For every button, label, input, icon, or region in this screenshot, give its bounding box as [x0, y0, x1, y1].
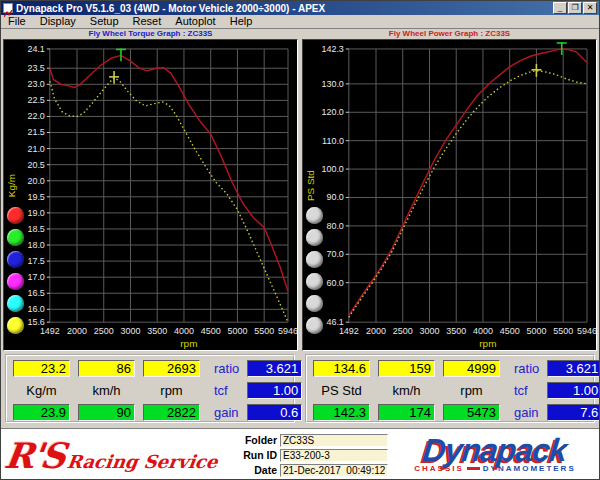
title-bar[interactable]: Dynapack Pro V5.1.6_03 (4WD - Motor Vehi…	[1, 1, 599, 15]
power-channel-buttons	[306, 207, 323, 334]
x-tick-label: 2000	[67, 326, 87, 336]
menu-reset[interactable]: Reset	[126, 15, 169, 28]
menu-setup[interactable]: Setup	[83, 15, 126, 28]
y-tick-label: 23.0	[27, 79, 44, 89]
power-graph-title: Fly Wheel Power Graph : ZC33S	[302, 29, 597, 39]
menu-file[interactable]: File	[1, 15, 33, 28]
channel-button[interactable]	[7, 251, 24, 268]
tcf-label: tcf	[508, 383, 539, 398]
x-tick-label: 4000	[174, 326, 194, 336]
speed-unit-label: km/h	[378, 383, 435, 398]
y-tick-label: 20.5	[27, 160, 44, 170]
speed-ref-value: 86	[78, 360, 135, 377]
window-title: Dynapack Pro V5.1.6_03 (4WD - Motor Vehi…	[13, 2, 552, 15]
reference-run-torque-curve	[50, 78, 288, 322]
speed-current-value: 174	[378, 404, 435, 421]
date-label: Date	[233, 464, 277, 476]
folder-field-row: Folder	[233, 434, 395, 447]
y-tick-label: 19.0	[27, 208, 44, 218]
y-tick-label: 15.6	[27, 317, 44, 327]
torque-chart[interactable]: 1492200025003000350040004500500055005946…	[4, 40, 297, 350]
y-tick-label: 46.1	[326, 317, 343, 327]
channel-button[interactable]	[306, 251, 323, 268]
channel-button[interactable]	[306, 295, 323, 312]
power-unit-label: PS Std	[313, 383, 370, 398]
power-chart[interactable]: 1492200025003000350040004500500055005946…	[303, 40, 596, 350]
torque-readout-panel: 23.2 86 2693 ratio 3.621 Kg/m km/h rpm t…	[5, 354, 295, 423]
x-tick-label: 1492	[339, 326, 359, 336]
y-tick-label: 19.5	[27, 192, 44, 202]
y-axis-title: PS Std	[305, 170, 316, 201]
y-tick-label: 17.5	[27, 256, 44, 266]
channel-button[interactable]	[7, 229, 24, 246]
rs-logo-sub: Racing Service	[66, 451, 219, 472]
power-graph-panel: Fly Wheel Power Graph : ZC33S 1492200025…	[302, 29, 597, 350]
x-tick-label: 5000	[227, 326, 247, 336]
x-tick-label: 5000	[526, 326, 546, 336]
gain-value: 0.6	[247, 404, 302, 421]
y-tick-label: 21.0	[27, 144, 44, 154]
restore-button[interactable]: ❐	[568, 2, 582, 14]
dynapack-wordmark: Dynapack	[422, 435, 568, 465]
folder-input[interactable]	[280, 434, 388, 447]
date-field-row: Date	[233, 464, 395, 477]
menu-display[interactable]: Display	[33, 15, 83, 28]
x-tick-label: 3000	[420, 326, 440, 336]
channel-button[interactable]	[306, 317, 323, 334]
y-tick-label: 18.5	[27, 224, 44, 234]
power-ref-value: 134.6	[313, 360, 370, 377]
torque-channel-buttons	[7, 207, 24, 334]
gain-value: 7.6	[547, 404, 600, 421]
x-tick-label: 4500	[201, 326, 221, 336]
x-tick-label: 2500	[393, 326, 413, 336]
channel-button[interactable]	[306, 229, 323, 246]
x-tick-label: 5500	[553, 326, 573, 336]
menu-autoplot[interactable]: Autoplot	[168, 15, 222, 28]
ratio-label: ratio	[208, 361, 239, 376]
x-tick-label: 4500	[500, 326, 520, 336]
y-tick-label: 16.0	[27, 304, 44, 314]
tcf-value: 1.00	[547, 382, 600, 399]
x-axis-title: rpm	[180, 338, 197, 349]
torque-graph-title: Fly Wheel Torque Graph : ZC33S	[3, 29, 298, 39]
channel-button[interactable]	[306, 207, 323, 224]
x-tick-label: 5946	[278, 326, 297, 336]
y-tick-label: 100.0	[321, 164, 343, 174]
app-icon	[3, 3, 13, 13]
readout-area: 23.2 86 2693 ratio 3.621 Kg/m km/h rpm t…	[1, 350, 599, 428]
run-id-input[interactable]	[280, 449, 388, 462]
rpm-unit-label: rpm	[143, 383, 200, 398]
y-tick-label: 17.0	[27, 272, 44, 282]
rs-racing-service-logo: R'SRacing Service	[2, 435, 236, 476]
x-axis-title: rpm	[479, 338, 496, 349]
torque-ref-value: 23.2	[13, 360, 70, 377]
rpm-ref-value: 2693	[143, 360, 200, 377]
folder-label: Folder	[233, 434, 277, 446]
channel-button[interactable]	[7, 273, 24, 290]
gain-label: gain	[208, 405, 239, 420]
y-tick-label: 24.1	[27, 44, 44, 54]
menu-bar: File Display Setup Reset Autoplot Help	[1, 15, 599, 28]
torque-graph-plot[interactable]: 1492200025003000350040004500500055005946…	[3, 39, 298, 351]
channel-button[interactable]	[306, 273, 323, 290]
ratio-value: 3.621	[547, 360, 600, 377]
x-tick-label: 5946	[577, 326, 596, 336]
torque-graph-panel: Fly Wheel Torque Graph : ZC33S 149220002…	[3, 29, 298, 350]
rs-logo-main: R'S	[2, 435, 67, 476]
y-tick-label: 60.0	[326, 278, 343, 288]
x-tick-label: 2500	[94, 326, 114, 336]
speed-unit-label: km/h	[78, 383, 135, 398]
channel-button[interactable]	[7, 317, 24, 334]
minimize-button[interactable]: _	[553, 2, 567, 14]
x-tick-label: 2000	[366, 326, 386, 336]
date-input[interactable]	[280, 464, 388, 477]
channel-button[interactable]	[7, 207, 24, 224]
x-tick-label: 4000	[473, 326, 493, 336]
close-button[interactable]: ✕	[583, 2, 597, 14]
menu-help[interactable]: Help	[223, 15, 260, 28]
ratio-value: 3.621	[247, 360, 302, 377]
gain-label: gain	[508, 405, 539, 420]
power-graph-plot[interactable]: 1492200025003000350040004500500055005946…	[302, 39, 597, 351]
channel-button[interactable]	[7, 295, 24, 312]
power-readout-panel: 134.6 159 4999 ratio 3.621 PS Std km/h r…	[305, 354, 595, 423]
